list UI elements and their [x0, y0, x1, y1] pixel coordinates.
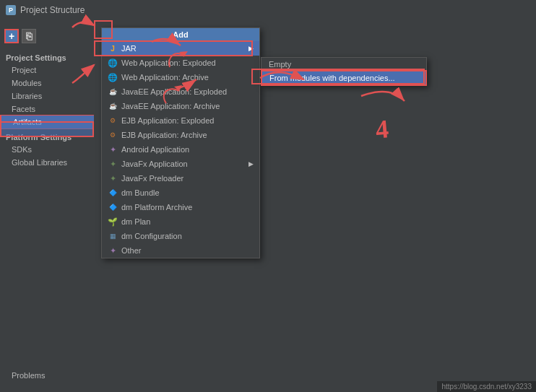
javaee-archive-icon: ☕ [108, 101, 118, 111]
javaee-exploded-icon: ☕ [108, 87, 118, 97]
dropdown-item-javaee-archive[interactable]: ☕ JavaEE Application: Archive [102, 99, 259, 113]
dropdown-item-javaee-exploded[interactable]: ☕ JavaEE Application: Exploded [102, 84, 259, 99]
dropdown-item-web-exploded[interactable]: 🌐 Web Application: Exploded [102, 56, 259, 70]
jar-icon: J [108, 43, 118, 53]
ejb-archive-icon: ⚙ [108, 130, 118, 140]
sidebar-item-global-libraries[interactable]: Global Libraries [0, 156, 94, 169]
window-title: Project Structure [20, 5, 85, 15]
submenu-item-empty[interactable]: Empty [261, 58, 426, 71]
sidebar-item-problems[interactable]: Problems [6, 369, 88, 382]
add-dropdown: Add J JAR ▶ Empty From modules with depe… [101, 27, 260, 258]
app-icon: P [6, 5, 16, 15]
sidebar-toolbar: + ⎘ [0, 26, 94, 46]
sidebar-item-project[interactable]: Project [0, 64, 94, 77]
dropdown-item-javafx-preloader[interactable]: ✦ JavaFx Preloader [102, 171, 259, 186]
sidebar-item-artifacts[interactable]: Artifacts [0, 116, 94, 129]
content-area: Add J JAR ▶ Empty From modules with depe… [94, 20, 536, 392]
status-bar: https://blog.csdn.net/xy3233 [437, 381, 536, 392]
dropdown-item-android[interactable]: ✦ Android Application [102, 142, 259, 157]
dropdown-header: Add [102, 28, 259, 41]
dropdown-item-javafx[interactable]: ✦ JavaFx Application ▶ [102, 157, 259, 171]
sidebar-item-sdks[interactable]: SDKs [0, 143, 94, 156]
dropdown-item-ejb-archive[interactable]: ⚙ EJB Application: Archive [102, 128, 259, 142]
main-layout: + ⎘ Project Settings Project Modules Lib… [0, 20, 536, 392]
web-archive-icon: 🌐 [108, 72, 118, 82]
sidebar-item-modules[interactable]: Modules [0, 77, 94, 90]
web-exploded-icon: 🌐 [108, 58, 118, 68]
dropdown-item-dm-platform[interactable]: 🔷 dm Platform Archive [102, 200, 259, 214]
dropdown-item-ejb-exploded[interactable]: ⚙ EJB Application: Exploded [102, 113, 259, 128]
dropdown-item-dm-config[interactable]: ▦ dm Configuration [102, 229, 259, 243]
sidebar-item-libraries[interactable]: Libraries [0, 90, 94, 103]
submenu-item-from-modules[interactable]: From modules with dependencies... [261, 71, 426, 85]
dm-config-icon: ▦ [108, 231, 118, 241]
dm-platform-icon: 🔷 [108, 202, 118, 212]
javafx-arrow: ▶ [248, 160, 254, 167]
dm-bundle-icon: 🔷 [108, 188, 118, 198]
dm-plan-icon: 🌱 [108, 217, 118, 227]
sidebar-bottom: Problems [0, 365, 94, 386]
sidebar-item-facets[interactable]: Facets [0, 103, 94, 116]
dropdown-item-other[interactable]: ✦ Other [102, 243, 259, 258]
dropdown-item-jar-label: JAR [121, 44, 137, 53]
title-bar: P Project Structure [0, 0, 536, 20]
add-button[interactable]: + [4, 29, 19, 43]
ejb-exploded-icon: ⚙ [108, 116, 118, 126]
javafx-icon: ✦ [108, 159, 118, 169]
other-icon: ✦ [108, 245, 118, 256]
platform-settings-label: Platform Settings [0, 129, 94, 143]
submenu-arrow: ▶ [248, 45, 254, 52]
sidebar: + ⎘ Project Settings Project Modules Lib… [0, 20, 94, 392]
android-icon: ✦ [108, 144, 118, 154]
dropdown-item-web-archive[interactable]: 🌐 Web Application: Archive [102, 70, 259, 84]
dropdown-item-jar[interactable]: J JAR ▶ Empty From modules with dependen… [102, 41, 259, 56]
copy-button[interactable]: ⎘ [22, 29, 36, 43]
dropdown-item-dm-plan[interactable]: 🌱 dm Plan [102, 214, 259, 229]
jar-submenu: Empty From modules with dependencies... [261, 57, 427, 86]
annotation-4: 4 [374, 113, 390, 144]
javafx-preloader-icon: ✦ [108, 173, 118, 183]
dropdown-item-dm-bundle[interactable]: 🔷 dm Bundle [102, 186, 259, 200]
project-settings-label: Project Settings [0, 49, 94, 64]
